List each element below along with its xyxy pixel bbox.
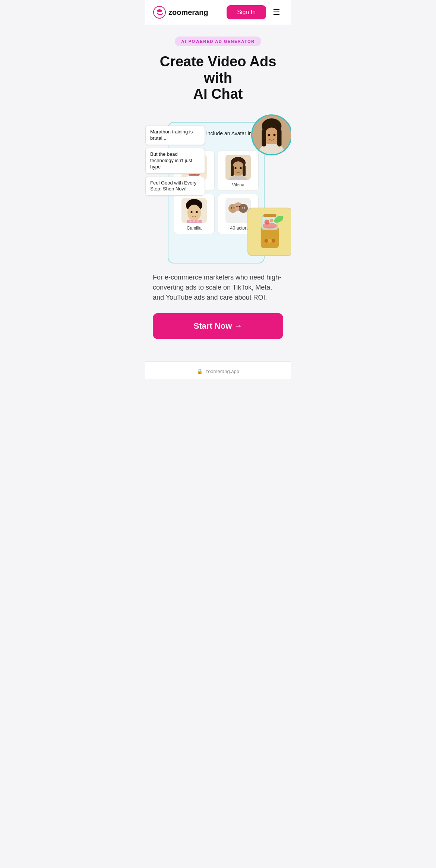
- navbar: zoomerang Sign In ☰: [145, 0, 291, 25]
- vilena-face-icon: [225, 155, 251, 180]
- svg-point-8: [274, 134, 276, 136]
- start-now-button[interactable]: Start Now →: [153, 313, 283, 339]
- svg-point-31: [240, 167, 242, 169]
- svg-rect-34: [243, 165, 246, 176]
- svg-rect-6: [277, 129, 281, 146]
- svg-point-51: [239, 206, 240, 207]
- logo-icon: [153, 6, 166, 19]
- svg-point-12: [263, 223, 277, 228]
- actor-name-camilia: Camilia: [187, 225, 202, 231]
- bubble-2: But the bead technology isn't just hype: [145, 148, 205, 174]
- actor-avatar-vilena: [225, 155, 251, 180]
- hero-badge: AI-POWERED AD GENERATOR: [175, 37, 262, 46]
- hero-title: Create Video Ads with AI Chat: [153, 54, 283, 102]
- actor-name-vilena: Vilena: [232, 182, 244, 187]
- lock-icon: 🔒: [197, 369, 203, 374]
- sign-in-button[interactable]: Sign In: [227, 5, 266, 19]
- actor-card-vilena[interactable]: Vilena: [218, 151, 259, 191]
- svg-point-48: [231, 207, 233, 209]
- hero-section: AI-POWERED AD GENERATOR Create Video Ads…: [145, 25, 291, 122]
- bubble-3: Feel Good with Every Step: Shop Now!: [145, 177, 205, 196]
- svg-point-37: [187, 205, 201, 221]
- hero-description: For e-commerce marketers who need high-c…: [153, 272, 283, 303]
- actor-avatar-camilia: [181, 198, 207, 223]
- svg-point-41: [189, 220, 192, 222]
- svg-point-14: [270, 219, 274, 222]
- svg-point-52: [242, 207, 243, 209]
- nav-right: Sign In ☰: [227, 5, 283, 19]
- avatar-preview-top: [251, 114, 291, 155]
- svg-point-53: [244, 207, 245, 209]
- svg-point-49: [234, 207, 235, 209]
- actor-name-plus: +40 actors: [228, 225, 249, 231]
- actor-avatar-plus: [225, 198, 251, 223]
- svg-point-29: [232, 161, 244, 176]
- footer-url: zoomerang.app: [206, 369, 239, 374]
- actor-card-camilia[interactable]: Camilia: [174, 194, 215, 234]
- svg-point-7: [268, 134, 270, 136]
- svg-point-43: [197, 220, 199, 222]
- menu-button[interactable]: ☰: [270, 6, 283, 19]
- bubble-1: Marathon training is brutal...: [145, 126, 205, 145]
- svg-rect-5: [262, 129, 266, 146]
- svg-point-18: [272, 239, 275, 243]
- svg-point-47: [239, 204, 248, 213]
- svg-point-17: [268, 239, 272, 243]
- svg-rect-15: [263, 214, 277, 217]
- svg-point-13: [265, 220, 270, 225]
- product-image: [247, 208, 291, 256]
- svg-point-30: [235, 167, 237, 169]
- svg-point-39: [196, 211, 198, 213]
- svg-point-3: [265, 127, 279, 144]
- avatar-face-top: [252, 116, 291, 154]
- svg-point-42: [193, 220, 195, 222]
- logo-text: zoomerang: [168, 8, 208, 17]
- svg-point-16: [265, 239, 268, 243]
- product-blender-icon: [248, 208, 291, 256]
- camilia-face-icon: [181, 198, 207, 223]
- logo[interactable]: zoomerang: [153, 6, 208, 19]
- svg-point-50: [237, 206, 238, 207]
- plus-actors-icon: [225, 198, 251, 223]
- svg-point-38: [191, 211, 193, 213]
- svg-rect-33: [231, 165, 234, 176]
- demo-area: Marathon training is brutal... But the b…: [149, 122, 287, 263]
- script-bubbles: Marathon training is brutal... But the b…: [145, 126, 205, 196]
- footer: 🔒 zoomerang.app: [145, 362, 291, 379]
